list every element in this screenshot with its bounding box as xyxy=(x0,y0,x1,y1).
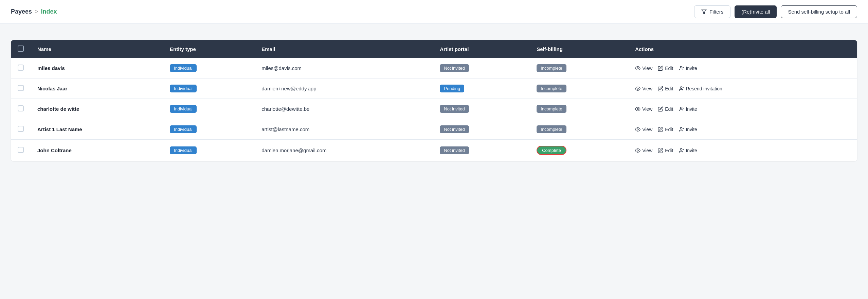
artist-portal-badge: Not invited xyxy=(440,64,469,72)
view-label: View xyxy=(642,66,652,71)
view-label: View xyxy=(642,127,652,132)
svg-point-5 xyxy=(637,88,638,89)
table-row: Artist 1 Last NameIndividualartist@lastn… xyxy=(11,119,857,140)
filter-icon xyxy=(701,9,707,15)
header-name: Name xyxy=(31,40,163,58)
row-name: miles davis xyxy=(31,58,163,78)
select-all-checkbox[interactable] xyxy=(18,46,24,52)
top-actions: Filters (Re)Invite all Send self-billing… xyxy=(694,5,857,18)
row-checkbox-cell xyxy=(11,119,31,140)
row-checkbox[interactable] xyxy=(18,147,24,153)
edit-button[interactable]: Edit xyxy=(658,86,673,91)
row-email: damien+new@eddy.app xyxy=(255,78,433,99)
breadcrumb-parent[interactable]: Payees xyxy=(11,8,32,15)
row-self-billing: Incomplete xyxy=(530,99,628,119)
row-entity-type: Individual xyxy=(163,119,255,140)
self-billing-badge: Complete xyxy=(537,146,566,155)
self-billing-badge: Incomplete xyxy=(537,85,566,92)
row-name: Nicolas Jaar xyxy=(31,78,163,99)
row-actions: ViewEditInvite xyxy=(628,140,857,161)
invite-button[interactable]: Invite xyxy=(679,106,697,112)
header-entity-type: Entity type xyxy=(163,40,255,58)
artist-portal-badge: Not invited xyxy=(440,125,469,133)
invite-icon xyxy=(679,148,684,153)
table-row: John ColtraneIndividualdamien.morjane@gm… xyxy=(11,140,857,161)
svg-point-6 xyxy=(681,87,682,88)
top-bar: Payees > Index Filters (Re)Invite all Se… xyxy=(0,0,868,24)
invite-icon xyxy=(679,66,684,71)
row-checkbox-cell xyxy=(11,58,31,78)
edit-icon xyxy=(658,148,663,153)
edit-label: Edit xyxy=(665,127,673,132)
row-actions: ViewEditInvite xyxy=(628,119,857,140)
breadcrumb: Payees > Index xyxy=(11,8,57,15)
svg-point-17 xyxy=(637,150,638,151)
table-row: charlotte de witteIndividualcharlotte@de… xyxy=(11,99,857,119)
main-content: Name Entity type Email Artist portal Sel… xyxy=(0,24,868,172)
filter-button[interactable]: Filters xyxy=(694,5,730,18)
breadcrumb-current[interactable]: Index xyxy=(41,8,57,15)
row-entity-type: Individual xyxy=(163,140,255,161)
svg-point-1 xyxy=(637,68,638,69)
edit-button[interactable]: Edit xyxy=(658,106,673,112)
row-entity-type: Individual xyxy=(163,78,255,99)
view-button[interactable]: View xyxy=(635,106,652,112)
breadcrumb-separator: > xyxy=(35,8,38,15)
row-checkbox[interactable] xyxy=(18,126,24,132)
reinvite-all-button[interactable]: (Re)Invite all xyxy=(735,5,777,18)
edit-label: Edit xyxy=(665,86,673,91)
row-entity-type: Individual xyxy=(163,58,255,78)
resend-invitation-label: Resend invitation xyxy=(686,86,722,91)
header-checkbox-cell xyxy=(11,40,31,58)
row-artist-portal: Pending xyxy=(433,78,530,99)
svg-point-9 xyxy=(637,108,638,110)
edit-button[interactable]: Edit xyxy=(658,127,673,132)
invite-button[interactable]: Invite xyxy=(679,66,697,71)
row-self-billing: Incomplete xyxy=(530,58,628,78)
header-actions: Actions xyxy=(628,40,857,58)
view-icon xyxy=(635,106,640,112)
svg-marker-0 xyxy=(702,10,706,14)
row-self-billing: Incomplete xyxy=(530,119,628,140)
invite-icon xyxy=(679,106,684,112)
row-actions: ViewEditResend invitation xyxy=(628,78,857,99)
edit-button[interactable]: Edit xyxy=(658,148,673,153)
resend-invitation-button[interactable]: Resend invitation xyxy=(679,86,722,91)
artist-portal-badge: Not invited xyxy=(440,146,469,154)
reinvite-all-label: (Re)Invite all xyxy=(741,9,770,15)
view-icon xyxy=(635,66,640,71)
view-button[interactable]: View xyxy=(635,66,652,71)
invite-label: Invite xyxy=(686,148,697,153)
invite-label: Invite xyxy=(686,127,697,132)
view-button[interactable]: View xyxy=(635,86,652,91)
table-header-row: Name Entity type Email Artist portal Sel… xyxy=(11,40,857,58)
row-self-billing: Complete xyxy=(530,140,628,161)
row-name: Artist 1 Last Name xyxy=(31,119,163,140)
invite-label: Invite xyxy=(686,66,697,71)
invite-button[interactable]: Invite xyxy=(679,127,697,132)
artist-portal-badge: Not invited xyxy=(440,105,469,113)
row-artist-portal: Not invited xyxy=(433,58,530,78)
row-artist-portal: Not invited xyxy=(433,140,530,161)
self-billing-badge: Incomplete xyxy=(537,125,566,133)
row-self-billing: Incomplete xyxy=(530,78,628,99)
send-self-billing-button[interactable]: Send self-billing setup to all xyxy=(781,5,857,18)
row-checkbox[interactable] xyxy=(18,65,24,71)
view-icon xyxy=(635,148,640,153)
header-email: Email xyxy=(255,40,433,58)
svg-point-13 xyxy=(637,129,638,130)
view-icon xyxy=(635,127,640,132)
table-row: Nicolas JaarIndividualdamien+new@eddy.ap… xyxy=(11,78,857,99)
edit-button[interactable]: Edit xyxy=(658,66,673,71)
edit-icon xyxy=(658,127,663,132)
row-checkbox[interactable] xyxy=(18,85,24,91)
invite-label: Invite xyxy=(686,106,697,112)
invite-button[interactable]: Invite xyxy=(679,148,697,153)
edit-icon xyxy=(658,86,663,91)
row-checkbox[interactable] xyxy=(18,105,24,111)
row-name: charlotte de witte xyxy=(31,99,163,119)
row-email: damien.morjane@gmail.com xyxy=(255,140,433,161)
view-button[interactable]: View xyxy=(635,127,652,132)
svg-point-14 xyxy=(681,127,682,129)
view-button[interactable]: View xyxy=(635,148,652,153)
